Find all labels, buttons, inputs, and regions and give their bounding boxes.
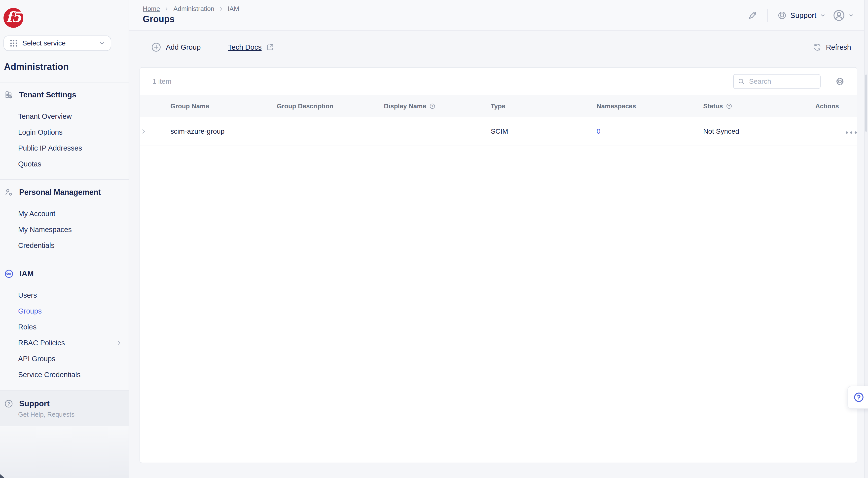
sidebar-item-label: Public IP Addresses: [18, 144, 82, 152]
toolbar: Add Group Tech Docs: [151, 39, 274, 55]
expand-column-header: [140, 95, 170, 117]
user-menu[interactable]: [833, 9, 854, 22]
sidebar-item-label: Quotas: [18, 160, 41, 168]
sidebar-item-label: Users: [18, 291, 37, 299]
brush-icon[interactable]: [748, 10, 758, 21]
breadcrumb-iam[interactable]: IAM: [228, 5, 239, 13]
chevron-down-icon: [848, 12, 854, 19]
column-actions: Actions: [815, 95, 857, 117]
lifebuoy-icon: [777, 11, 787, 20]
sidebar-item-label: Groups: [18, 307, 42, 315]
user-gear-icon: [4, 188, 13, 197]
support-menu-label: Support: [790, 11, 816, 20]
cell-actions: [815, 117, 857, 146]
question-circle-icon: ?: [4, 399, 13, 408]
sidebar-item-my-account[interactable]: My Account: [0, 206, 129, 221]
sidebar-item-credentials[interactable]: Credentials: [0, 238, 129, 253]
breadcrumb-home[interactable]: Home: [143, 5, 160, 13]
section-tenant-settings-header[interactable]: Tenant Settings: [0, 89, 129, 100]
search-icon: [738, 78, 745, 85]
section-personal-management-header[interactable]: Personal Management: [0, 187, 129, 198]
sidebar: f5 Select service Administration: [0, 0, 129, 478]
sidebar-item-label: RBAC Policies: [18, 339, 65, 347]
sidebar-footer: [0, 426, 129, 478]
scrollbar-thumb[interactable]: [865, 74, 867, 132]
help-button[interactable]: [847, 386, 868, 409]
avatar-icon: [833, 9, 845, 22]
table-settings-gear-icon[interactable]: [835, 77, 845, 86]
svg-text:?: ?: [431, 104, 433, 108]
add-group-label: Add Group: [166, 43, 200, 52]
building-gear-icon: [4, 90, 13, 99]
cell-type: SCIM: [491, 117, 597, 146]
tech-docs-label: Tech Docs: [228, 43, 261, 52]
sidebar-item-label: API Groups: [18, 355, 55, 363]
top-bar: Home Administration IAM Groups: [129, 0, 868, 31]
sidebar-item-users[interactable]: Users: [0, 287, 129, 303]
refresh-button[interactable]: Refresh: [813, 39, 851, 55]
app-grid-icon: [9, 39, 18, 48]
section-title: Personal Management: [19, 188, 101, 197]
cell-status: Not Synced: [703, 117, 815, 146]
row-actions-menu-icon[interactable]: [846, 131, 857, 134]
groups-table-card: 1 item: [140, 67, 857, 463]
svg-text:?: ?: [728, 104, 730, 108]
f5-logo-text: f5: [6, 10, 21, 24]
f5-logo[interactable]: f5: [3, 8, 23, 28]
column-group-description: Group Description: [277, 95, 384, 117]
sidebar-item-groups[interactable]: Groups: [0, 303, 129, 319]
support-title: Support: [19, 399, 50, 408]
service-selector[interactable]: Select service: [3, 35, 111, 51]
support-menu[interactable]: Support: [777, 11, 826, 20]
table-row: scim-azure-group SCIM 0 Not Synced: [140, 117, 857, 146]
sidebar-item-login-options[interactable]: Login Options: [0, 124, 129, 140]
add-group-button[interactable]: Add Group: [151, 42, 200, 53]
sidebar-heading: Administration: [4, 62, 69, 72]
expand-chevron-icon[interactable]: [140, 128, 170, 135]
chevron-down-icon: [99, 40, 105, 47]
section-iam-header[interactable]: IAM: [0, 268, 129, 279]
column-display-name: Display Name ?: [384, 95, 491, 117]
sidebar-item-label: My Namespaces: [18, 226, 72, 234]
chevron-right-icon: [218, 6, 224, 12]
info-icon[interactable]: ?: [429, 103, 435, 109]
section-personal-management: Personal Management My Account My Namesp…: [0, 180, 129, 261]
row-expand-cell: [140, 117, 170, 146]
sidebar-item-quotas[interactable]: Quotas: [0, 156, 129, 172]
sidebar-item-rbac-policies[interactable]: RBAC Policies: [0, 335, 129, 351]
column-status: Status ?: [703, 95, 815, 117]
sidebar-item-label: Roles: [18, 323, 36, 331]
cell-namespaces: 0: [597, 117, 703, 146]
sidebar-item-label: Service Credentials: [18, 371, 81, 379]
search-input[interactable]: [749, 77, 816, 86]
page-title: Groups: [143, 14, 175, 24]
sidebar-item-my-namespaces[interactable]: My Namespaces: [0, 221, 129, 238]
sidebar-item-label: Credentials: [18, 241, 55, 250]
section-tenant-settings: Tenant Settings Tenant Overview Login Op…: [0, 83, 129, 179]
refresh-icon: [813, 43, 822, 52]
sidebar-support[interactable]: ? Support Get Help, Requests: [0, 390, 129, 427]
chevron-right-icon: [164, 6, 169, 12]
chevron-down-icon: [820, 12, 826, 19]
sidebar-item-api-groups[interactable]: API Groups: [0, 351, 129, 367]
tech-docs-link[interactable]: Tech Docs: [228, 43, 274, 52]
groups-table: Group Name Group Description Display Nam…: [140, 95, 857, 146]
cell-group-description: [277, 117, 384, 146]
table-header-row: Group Name Group Description Display Nam…: [140, 95, 857, 117]
sidebar-item-tenant-overview[interactable]: Tenant Overview: [0, 108, 129, 124]
refresh-label: Refresh: [826, 43, 851, 52]
sidebar-item-service-credentials[interactable]: Service Credentials: [0, 367, 129, 383]
info-icon[interactable]: ?: [726, 103, 732, 109]
chevron-right-icon: [116, 339, 122, 346]
cell-group-name: scim-azure-group: [170, 117, 277, 146]
breadcrumb-administration[interactable]: Administration: [173, 5, 214, 13]
search-box: [733, 74, 820, 89]
svg-text:?: ?: [7, 401, 10, 406]
sidebar-item-public-ip-addresses[interactable]: Public IP Addresses: [0, 140, 129, 156]
sidebar-item-roles[interactable]: Roles: [0, 319, 129, 335]
key-icon: [4, 269, 14, 278]
namespaces-count-link[interactable]: 0: [597, 127, 600, 135]
column-group-name: Group Name: [170, 95, 277, 117]
service-selector-label: Select service: [22, 39, 94, 47]
section-title: Tenant Settings: [19, 90, 76, 99]
